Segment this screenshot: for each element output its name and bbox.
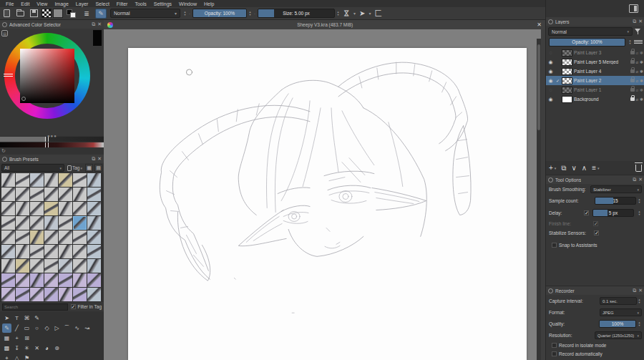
layer-settings-icon[interactable]: ✱ xyxy=(640,97,643,102)
canvas-titlebar[interactable]: Sheepy V3.kra (483.7 MiB) ✕ xyxy=(104,20,545,29)
layer-check[interactable]: ✓ xyxy=(555,78,560,83)
layer-properties-button[interactable]: ≡ xyxy=(592,163,596,173)
rectangle-tool[interactable]: ▭ xyxy=(22,323,31,333)
move-tool[interactable]: ▦ xyxy=(2,334,11,343)
duplicate-layer-button[interactable]: ⧉ xyxy=(561,163,566,173)
wrap-around-icon[interactable]: ➤ xyxy=(359,9,365,17)
float-panel-icon[interactable]: ⧉ xyxy=(633,19,636,24)
freehand-path-tool[interactable]: ∿ xyxy=(72,323,82,333)
brush-preset[interactable] xyxy=(16,245,29,258)
layer-blend-mode-dropdown[interactable]: Normal▾ xyxy=(548,27,633,36)
edit-shapes-tool[interactable]: ⌘ xyxy=(22,313,31,323)
brush-preset[interactable] xyxy=(1,288,15,301)
gradient-swatch[interactable] xyxy=(42,9,52,18)
polygon-tool[interactable]: ◇ xyxy=(42,323,52,333)
brush-smoothing-dropdown[interactable]: Stabilizer▾ xyxy=(590,185,642,193)
menu-window[interactable]: Window xyxy=(175,1,200,6)
menu-settings[interactable]: Settings xyxy=(150,1,175,6)
close-panel-icon[interactable]: ✕ xyxy=(638,19,643,24)
spinner[interactable]: ▲▼ xyxy=(336,9,341,18)
visibility-eye-icon[interactable]: ◉ xyxy=(547,69,554,74)
brush-preset[interactable] xyxy=(44,230,58,244)
brush-preset[interactable] xyxy=(1,216,15,230)
brush-preset[interactable] xyxy=(59,188,72,201)
vertical-scrollbar[interactable] xyxy=(537,39,541,360)
alpha-lock-icon[interactable]: α xyxy=(636,88,638,92)
spinner[interactable]: ▲▼ xyxy=(248,9,253,18)
lock-icon[interactable] xyxy=(630,97,635,101)
visibility-eye-icon[interactable]: ◉ xyxy=(547,97,554,102)
brush-preset[interactable] xyxy=(16,173,29,187)
brush-preset[interactable] xyxy=(30,188,44,201)
layer-row[interactable]: ◉Paint Layer 4α✱ xyxy=(546,67,644,76)
brush-preset[interactable] xyxy=(44,259,58,273)
filter-layers-icon[interactable] xyxy=(634,27,643,36)
opacity-slider[interactable]: Opacity: 100% xyxy=(192,9,247,18)
brush-preset[interactable] xyxy=(73,202,87,215)
brush-preset[interactable] xyxy=(16,188,29,201)
brush-preset[interactable] xyxy=(73,288,87,301)
snap-to-assistants-checkbox[interactable] xyxy=(552,243,557,248)
lock-icon[interactable] xyxy=(630,88,635,92)
brush-preset[interactable] xyxy=(59,245,72,258)
layer-row[interactable]: ◉Backgroundα✱ xyxy=(546,94,644,104)
new-document-icon[interactable] xyxy=(1,9,12,18)
brush-preset[interactable] xyxy=(16,202,29,215)
close-icon[interactable]: ✕ xyxy=(537,21,542,28)
tag-filter-dropdown[interactable]: All▾ xyxy=(1,164,64,172)
brush-preset[interactable] xyxy=(87,216,101,230)
brush-preset[interactable] xyxy=(87,202,101,215)
tag-button[interactable]: Tag▾ xyxy=(66,164,84,172)
brush-preset[interactable] xyxy=(73,273,87,287)
save-icon[interactable] xyxy=(29,9,39,18)
brush-preset[interactable] xyxy=(30,259,44,273)
record-auto-checkbox[interactable] xyxy=(552,351,557,356)
brush-preset[interactable] xyxy=(73,259,87,273)
float-panel-icon[interactable]: ⧉ xyxy=(633,177,636,183)
visibility-eye-icon[interactable]: ◉ xyxy=(547,78,554,84)
layer-settings-icon[interactable]: ✱ xyxy=(640,50,643,55)
last-color-swatch[interactable] xyxy=(93,30,102,46)
canvas-area[interactable] xyxy=(104,29,541,360)
move-layer-up-button[interactable]: ∧ xyxy=(582,163,587,173)
edit-brush-settings-icon[interactable]: ✎ xyxy=(95,9,107,19)
brush-preset[interactable] xyxy=(1,188,15,201)
lock-icon[interactable] xyxy=(630,69,635,73)
delay-slider[interactable]: 5 px xyxy=(592,209,634,217)
menu-edit[interactable]: Edit xyxy=(17,1,33,6)
text-tool[interactable]: T xyxy=(12,313,21,323)
line-tool[interactable]: ╱ xyxy=(12,323,21,333)
sample-count-slider[interactable]: 15 xyxy=(595,197,636,205)
brush-preset[interactable] xyxy=(44,188,58,201)
menu-select[interactable]: Select xyxy=(92,1,112,6)
assistants-tool[interactable]: ⌖ xyxy=(2,354,11,360)
detail-view-icon[interactable]: ▤ xyxy=(94,164,102,172)
spinner[interactable]: ▲▼ xyxy=(637,196,642,205)
layer-settings-icon[interactable]: ✱ xyxy=(640,87,643,92)
search-input[interactable] xyxy=(2,303,68,311)
grid-view-icon[interactable]: ▦ xyxy=(85,164,93,172)
capture-interval-input[interactable]: 0.1 sec. xyxy=(600,297,637,305)
add-layer-button[interactable]: + xyxy=(549,163,553,173)
saturation-value-square[interactable] xyxy=(20,49,74,103)
canvas[interactable] xyxy=(128,48,527,360)
brush-preset[interactable] xyxy=(16,288,29,301)
color-sampler-tool[interactable]: ↧ xyxy=(12,344,21,353)
selector-settings-icon[interactable]: ▤ xyxy=(1,30,8,37)
close-panel-icon[interactable]: ✕ xyxy=(97,156,102,162)
finish-line-checkbox[interactable] xyxy=(593,221,598,226)
visibility-eye-icon[interactable]: ◌ xyxy=(547,50,554,55)
lock-icon[interactable] xyxy=(630,79,635,82)
enclose-fill-tool[interactable]: ⊛ xyxy=(52,344,62,353)
pattern-edit-tool[interactable]: ✳ xyxy=(22,344,31,353)
polyline-tool[interactable]: ▷ xyxy=(52,323,62,333)
lock-icon[interactable] xyxy=(630,51,635,54)
close-panel-icon[interactable]: ✕ xyxy=(638,288,643,293)
alpha-lock-icon[interactable]: α xyxy=(636,60,638,64)
bezier-curve-tool[interactable]: ⌒ xyxy=(62,323,72,333)
brush-preset[interactable] xyxy=(44,202,58,215)
brush-preset[interactable] xyxy=(87,173,101,187)
refresh-shades-icon[interactable]: ↻ xyxy=(1,148,6,154)
brush-preset[interactable] xyxy=(16,230,29,244)
move-layer-down-button[interactable]: ∨ xyxy=(572,163,577,173)
